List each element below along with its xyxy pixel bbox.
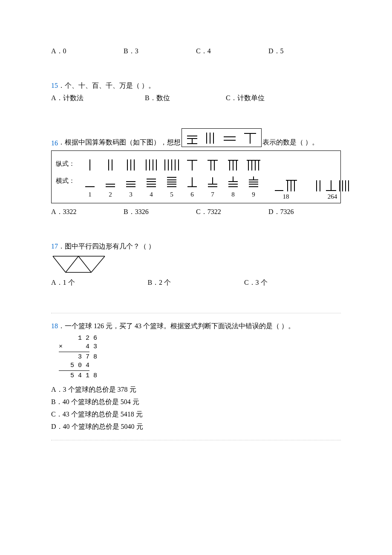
rod-v5-icon [161, 156, 182, 171]
rod-v1-icon [80, 156, 100, 171]
q18-vertical-calc: 1 2 6 × 4 3 3 7 8 5 0 4 5 4 1 8 [51, 334, 341, 380]
q16: 16．根据中国算筹数码图（如下图），想想 [51, 128, 341, 217]
q16-number: 16 [51, 139, 58, 147]
rod-h2-icon [100, 173, 121, 188]
q16-num-2: 2 [100, 190, 121, 199]
q17: 17．图中平行四边形有几个？（ ） A．1 个 B．2 个 C．3 个 [51, 242, 341, 287]
q16-example-264: 264 [314, 179, 351, 200]
q14-options: A．0 B．3 C．4 D．5 [51, 47, 341, 56]
q18-calc-l3: 3 7 8 [51, 353, 341, 361]
rod-v2-icon [100, 156, 121, 171]
q15-number: 15 [51, 82, 58, 89]
q16-num-7: 7 [202, 190, 223, 199]
q18: 18．一个篮球 126 元，买了 43 个篮球。根据竖式判断下面说法中错误的是（… [51, 322, 341, 431]
rod-h8-icon [223, 173, 243, 188]
svg-line-86 [91, 256, 105, 272]
q18-number: 18 [51, 322, 58, 330]
q16-vertical-label: 纵式： [56, 160, 80, 168]
q16-horizontal-label: 横式： [56, 177, 80, 185]
q18-calc-l1: 1 2 6 [51, 334, 341, 343]
q17-stem: ．图中平行四边形有几个？（ ） [58, 243, 155, 250]
q14-opt-b: B．3 [124, 47, 196, 56]
q16-stem-post: 表示的数是（ ）。 [262, 138, 319, 147]
q16-num-1: 1 [80, 190, 100, 199]
q16-num-6: 6 [182, 190, 202, 199]
q17-figure [51, 254, 341, 276]
rod-v7-icon [202, 156, 223, 171]
q18-calc-l5: 5 4 1 8 [51, 372, 341, 380]
divider [51, 313, 341, 313]
q18-opt-d: D．40 个篮球的总价是 5040 元 [51, 422, 341, 431]
q16-opt-a: A．3322 [51, 208, 124, 217]
q16-stem-pre: ．根据中国算筹数码图（如下图），想想 [58, 138, 181, 147]
q15-opt-b: B．数位 [145, 94, 226, 103]
rod-v3-icon [121, 156, 141, 171]
q18-rule1 [59, 352, 89, 352]
q15: 15．个、十、百、千、万是（ ）。 A．计数法 B．数位 C．计数单位 [51, 81, 341, 103]
q16-num-8: 8 [223, 190, 243, 199]
q16-opt-c: C．7322 [196, 208, 268, 217]
rod-h9-icon [243, 173, 264, 188]
rod-v8-icon [223, 156, 243, 171]
q17-opt-a: A．1 个 [51, 278, 147, 287]
rod-h5-icon [161, 173, 182, 188]
q18-rule2 [59, 370, 89, 371]
q16-opt-d: D．7326 [268, 208, 341, 217]
rod-h6-icon [182, 173, 202, 188]
q15-opt-a: A．计数法 [51, 94, 145, 103]
q16-num-5: 5 [161, 190, 182, 199]
q18-opt-c: C．43 个篮球的总价是 5418 元 [51, 410, 341, 419]
q16-example-18-label: 18 [283, 193, 289, 200]
rod-h7-icon [202, 173, 223, 188]
rod-v9-icon [243, 156, 264, 171]
svg-line-83 [53, 256, 66, 272]
q17-number: 17 [51, 243, 58, 250]
svg-line-85 [78, 256, 91, 272]
q18-opt-b: B．40 个篮球的总价是 504 元 [51, 398, 341, 407]
q16-opt-b: B．3326 [124, 208, 196, 217]
q17-opt-c: C．3 个 [244, 278, 340, 287]
q18-calc-l4: 5 0 4 [51, 361, 341, 370]
q16-example-18: 18 [273, 179, 299, 200]
svg-line-84 [66, 256, 78, 272]
q18-calc-l2: × 4 3 [51, 343, 341, 351]
q16-num-3: 3 [121, 190, 141, 199]
rod-v6-icon [182, 156, 202, 171]
q15-opt-c: C．计数单位 [226, 94, 265, 103]
rod-h1-icon [80, 173, 100, 188]
q14-opt-a: A．0 [51, 47, 124, 56]
rod-v4-icon [141, 156, 161, 171]
q16-num-4: 4 [141, 190, 161, 199]
rod-h3-icon [121, 173, 141, 188]
rod-h4-icon [141, 173, 161, 188]
q18-opt-a: A．3 个篮球的总价是 378 元 [51, 385, 341, 394]
q17-opt-b: B．2 个 [147, 278, 244, 287]
divider [51, 440, 341, 440]
q14-opt-d: D．5 [268, 47, 341, 56]
q14-opt-c: C．4 [196, 47, 268, 56]
q18-stem: ．一个篮球 126 元，买了 43 个篮球。根据竖式判断下面说法中错误的是（ ）… [58, 322, 295, 330]
q16-num-9: 9 [243, 190, 264, 199]
q15-stem: ．个、十、百、千、万是（ ）。 [58, 82, 155, 89]
q16-example-264-label: 264 [328, 193, 337, 200]
q16-reference-table: 纵式： 横式： [51, 150, 341, 203]
q16-mystery-box [182, 128, 262, 147]
